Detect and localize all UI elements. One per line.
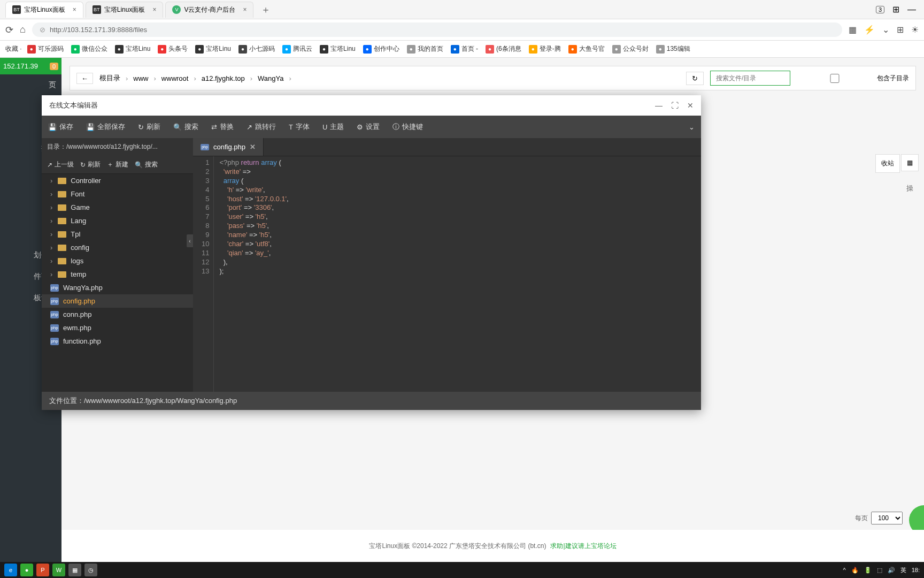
bolt-icon[interactable]: ⚡ [864, 25, 875, 35]
tree-item-temp[interactable]: temp [42, 268, 193, 281]
tray-item[interactable]: 18: [912, 567, 920, 573]
bookmark-item[interactable]: ●小七源码 [238, 44, 275, 54]
toolbar-主题[interactable]: U主题 [322, 122, 344, 132]
tray-item[interactable]: 🔊 [888, 567, 895, 574]
bookmark-item[interactable]: ●腾讯云 [282, 44, 312, 54]
task-ppt[interactable]: P [36, 564, 49, 576]
bookmark-folder[interactable]: 收藏 · [5, 44, 22, 54]
reload-button[interactable]: ↻ [686, 72, 704, 85]
close-tab-icon[interactable]: × [152, 6, 156, 13]
tray-item[interactable]: 🔥 [851, 567, 859, 574]
tray-item[interactable]: ⬚ [877, 567, 882, 574]
toolbar-more-icon[interactable]: ⌄ [689, 123, 695, 131]
bookmark-item[interactable]: ●我的首页 [407, 44, 443, 54]
tree-item-ewm.php[interactable]: phpewm.php [42, 321, 193, 334]
bookmark-item[interactable]: ●(6条消息 [486, 44, 521, 54]
include-subdir-checkbox[interactable]: 包含子目录 [795, 74, 909, 83]
sidebar-item[interactable]: 页 [0, 74, 61, 96]
per-page-selector[interactable]: 每页 100 [855, 512, 903, 524]
tree-item-conn.php[interactable]: phpconn.php [42, 308, 193, 321]
extensions-icon[interactable]: ⊞ [892, 4, 899, 14]
task-wx[interactable]: W [52, 564, 65, 576]
editor-action-上一级[interactable]: ↗上一级 [47, 160, 74, 169]
toolbar-保存[interactable]: 💾保存 [48, 122, 73, 132]
chevron-down-icon[interactable]: ⌄ [882, 25, 889, 35]
fold-panel-button[interactable]: ‹ [187, 234, 193, 247]
task-wechat[interactable]: ● [20, 564, 33, 576]
search-input[interactable] [710, 71, 790, 86]
theme-icon[interactable]: ☀ [911, 25, 919, 35]
task-app1[interactable]: ▦ [68, 564, 81, 576]
bookmark-item[interactable]: ●公众号封 [612, 44, 649, 54]
toolbar-刷新[interactable]: ↻刷新 [138, 122, 160, 132]
bookmark-item[interactable]: ●宝塔Linu [195, 44, 231, 54]
breadcrumb-item[interactable]: 根目录 [99, 73, 120, 83]
toolbar-全部保存[interactable]: 💾全部保存 [86, 122, 125, 132]
maximize-button[interactable]: ⛶ [671, 101, 679, 110]
toolbar-搜索[interactable]: 🔍搜索 [173, 122, 198, 132]
bookmark-item[interactable]: ●大鱼号官 [568, 44, 605, 54]
browser-tab[interactable]: VV云支付-商户后台× [165, 2, 253, 18]
tree-item-logs[interactable]: logs [42, 254, 193, 268]
bookmark-item[interactable]: ●135编辑 [656, 44, 690, 54]
breadcrumb-item[interactable]: wwwroot [161, 74, 189, 82]
recycle-button[interactable]: 收站 [875, 154, 900, 173]
grid-view-button[interactable]: ▦ [901, 154, 919, 171]
tray-item[interactable]: 🔋 [864, 567, 872, 574]
bookmark-item[interactable]: ●登录-腾 [529, 44, 561, 54]
home-icon[interactable]: ⌂ [20, 24, 26, 35]
tree-item-function.php[interactable]: phpfunction.php [42, 334, 193, 348]
toolbar-快捷键[interactable]: ⓘ快捷键 [392, 122, 423, 132]
tree-item-config[interactable]: config [42, 241, 193, 254]
editor-tab-config[interactable]: php config.php ✕ [193, 138, 264, 156]
minimize-button[interactable]: — [655, 101, 663, 110]
bookmark-item[interactable]: ●可乐源码 [27, 44, 64, 54]
tree-item-WangYa.php[interactable]: phpWangYa.php [42, 281, 193, 294]
editor-action-搜索[interactable]: 🔍搜索 [135, 160, 158, 169]
breadcrumb-item[interactable]: a12.fjyghk.top [202, 74, 245, 82]
toolbar-替换[interactable]: ⇄替换 [211, 122, 234, 132]
toolbar-跳转行[interactable]: ↗跳转行 [247, 122, 276, 132]
tree-item-Tpl[interactable]: Tpl [42, 227, 193, 241]
qr-icon[interactable]: ▦ [849, 25, 857, 35]
tree-item-Font[interactable]: Font [42, 187, 193, 201]
toolbar-字体[interactable]: T字体 [289, 122, 310, 132]
minimize-icon[interactable]: — [907, 5, 916, 14]
toolbar-设置[interactable]: ⚙设置 [357, 122, 380, 132]
close-tab-icon[interactable]: × [243, 6, 247, 13]
bookmark-item[interactable]: ●头条号 [158, 44, 188, 54]
apps-icon[interactable]: ⊞ [897, 25, 904, 35]
tab-count-badge[interactable]: 3 [876, 6, 884, 13]
tree-item-config.php[interactable]: phpconfig.php [42, 294, 193, 308]
bookmark-item[interactable]: ●宝塔Linu [115, 44, 151, 54]
bookmark-item[interactable]: ●首页 - [451, 44, 478, 54]
close-tab-icon[interactable]: ✕ [250, 143, 256, 151]
forum-link[interactable]: 求助|建议请上宝塔论坛 [550, 542, 616, 551]
code-editor[interactable]: 12345678910111213 <?php return array ( '… [193, 156, 701, 392]
tree-item-Lang[interactable]: Lang [42, 214, 193, 227]
bookmark-item[interactable]: ●创作中心 [363, 44, 399, 54]
browser-tab[interactable]: BT宝塔Linux面板× [86, 2, 164, 18]
url-input[interactable]: ⊘ http://103.152.171.39:8888/files [32, 22, 842, 37]
close-button[interactable]: ✕ [687, 101, 694, 110]
tree-item-Controller[interactable]: Controller [42, 174, 193, 187]
breadcrumb-item[interactable]: www [133, 74, 148, 82]
bookmark-item[interactable]: ●宝塔Linu [320, 44, 356, 54]
browser-tab[interactable]: BT宝塔Linux面板× [5, 2, 83, 18]
task-app2[interactable]: ◷ [84, 564, 97, 576]
tray-item[interactable]: 英 [900, 566, 906, 574]
sidebar-header[interactable]: 152.171.39 0 [0, 58, 61, 74]
bookmark-item[interactable]: ●微信公众 [71, 44, 107, 54]
back-button[interactable]: ← [76, 73, 93, 84]
tray-item[interactable]: ^ [843, 567, 846, 573]
task-edge[interactable]: e [4, 564, 17, 576]
tree-item-Game[interactable]: Game [42, 201, 193, 214]
reload-icon[interactable]: ⟳ [5, 24, 13, 36]
editor-titlebar[interactable]: 在线文本编辑器 — ⛶ ✕ [42, 95, 701, 116]
editor-action-刷新[interactable]: ↻刷新 [80, 160, 101, 169]
new-tab-button[interactable]: ＋ [256, 1, 276, 18]
close-tab-icon[interactable]: × [73, 6, 76, 13]
breadcrumb-item[interactable]: WangYa [258, 74, 283, 82]
site-info-icon[interactable]: ⊘ [40, 26, 45, 34]
editor-action-新建[interactable]: ＋新建 [107, 160, 128, 169]
